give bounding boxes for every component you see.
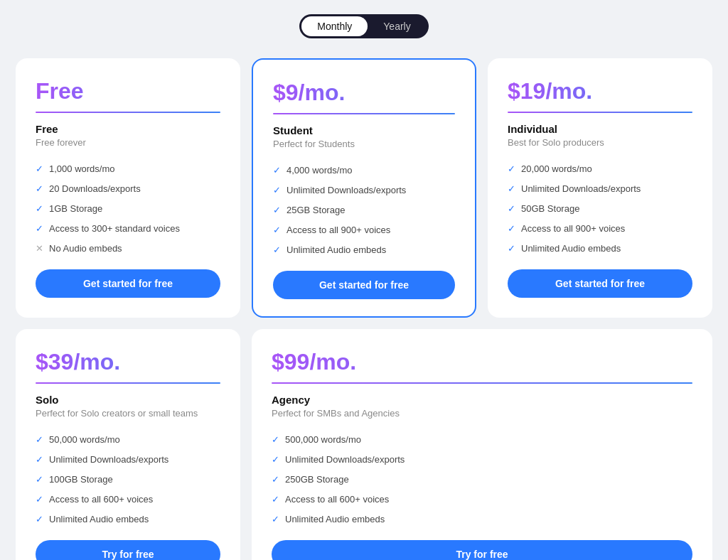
pricing-card-student: $9/mo. Student Perfect for Students ✓ 4,… xyxy=(252,58,476,318)
check-icon: ✓ xyxy=(272,474,279,485)
feature-text: 1GB Storage xyxy=(49,203,102,214)
feature-item: ✓ 20 Downloads/exports xyxy=(36,183,220,194)
feature-item: ✓ 4,000 words/mo xyxy=(273,165,455,176)
check-icon: ✓ xyxy=(36,203,43,214)
cross-icon: ✕ xyxy=(36,243,43,254)
check-icon: ✓ xyxy=(273,205,281,215)
price-label: $99/mo. xyxy=(272,349,692,375)
feature-text: 4,000 words/mo xyxy=(287,165,353,176)
feature-item: ✕ No Audio embeds xyxy=(36,243,220,254)
check-icon: ✓ xyxy=(36,223,43,234)
check-icon: ✓ xyxy=(272,434,279,445)
check-icon: ✓ xyxy=(273,225,281,235)
cta-button-individual[interactable]: Get started for free xyxy=(508,269,692,298)
feature-item: ✓ 50,000 words/mo xyxy=(36,434,220,445)
feature-item: ✓ 1GB Storage xyxy=(36,203,220,214)
feature-item: ✓ Access to all 900+ voices xyxy=(273,225,455,235)
cta-button-agency[interactable]: Try for free xyxy=(272,540,692,560)
feature-text: 20,000 words/mo xyxy=(521,163,592,174)
feature-text: Unlimited Audio embeds xyxy=(285,514,385,524)
price-label: $9/mo. xyxy=(273,80,455,106)
check-icon: ✓ xyxy=(508,163,515,174)
toggle-monthly[interactable]: Monthly xyxy=(301,16,368,36)
features-list: ✓ 50,000 words/mo ✓ Unlimited Downloads/… xyxy=(36,434,220,524)
features-list: ✓ 500,000 words/mo ✓ Unlimited Downloads… xyxy=(272,434,692,524)
pricing-grid: Free Free Free forever ✓ 1,000 words/mo … xyxy=(16,58,712,560)
price-label: Free xyxy=(36,78,220,104)
features-list: ✓ 4,000 words/mo ✓ Unlimited Downloads/e… xyxy=(273,165,455,255)
feature-text: Access to all 900+ voices xyxy=(287,225,390,235)
feature-text: Unlimited Downloads/exports xyxy=(521,183,641,194)
plan-desc: Perfect for Solo creators or small teams xyxy=(36,408,220,419)
plan-desc: Perfect for Students xyxy=(273,139,455,149)
feature-item: ✓ Unlimited Audio embeds xyxy=(272,514,692,524)
toggle-yearly[interactable]: Yearly xyxy=(368,16,426,36)
feature-item: ✓ 1,000 words/mo xyxy=(36,163,220,174)
feature-item: ✓ Access to 300+ standard voices xyxy=(36,223,220,234)
feature-text: Access to all 600+ voices xyxy=(49,494,153,505)
billing-toggle: Monthly Yearly xyxy=(299,14,428,38)
check-icon: ✓ xyxy=(273,244,281,255)
feature-text: 50,000 words/mo xyxy=(49,434,120,445)
plan-name: Student xyxy=(273,124,455,136)
check-icon: ✓ xyxy=(272,494,279,505)
check-icon: ✓ xyxy=(273,185,281,195)
price-divider xyxy=(36,112,220,113)
plan-desc: Perfect for SMBs and Agencies xyxy=(272,408,692,419)
feature-item: ✓ 100GB Storage xyxy=(36,474,220,485)
check-icon: ✓ xyxy=(36,434,43,445)
cta-button-student[interactable]: Get started for free xyxy=(273,271,455,299)
feature-text: Access to all 600+ voices xyxy=(285,494,389,505)
feature-text: Unlimited Downloads/exports xyxy=(285,454,405,465)
feature-item: ✓ Unlimited Downloads/exports xyxy=(508,183,692,194)
check-icon: ✓ xyxy=(36,454,43,465)
price-divider xyxy=(508,112,692,113)
feature-text: Access to 300+ standard voices xyxy=(49,223,180,234)
check-icon: ✓ xyxy=(36,183,43,194)
feature-item: ✓ Unlimited Downloads/exports xyxy=(36,454,220,465)
price-divider xyxy=(272,382,692,384)
feature-item: ✓ Unlimited Downloads/exports xyxy=(272,454,692,465)
feature-text: Unlimited Downloads/exports xyxy=(49,454,168,465)
pricing-card-individual: $19/mo. Individual Best for Solo produce… xyxy=(488,58,712,318)
feature-text: No Audio embeds xyxy=(49,243,122,254)
feature-text: 50GB Storage xyxy=(521,203,579,214)
feature-item: ✓ 500,000 words/mo xyxy=(272,434,692,445)
feature-text: Access to all 900+ voices xyxy=(521,223,625,234)
pricing-card-solo: $39/mo. Solo Perfect for Solo creators o… xyxy=(16,329,240,560)
plan-name: Agency xyxy=(272,394,692,406)
feature-text: 20 Downloads/exports xyxy=(49,183,141,194)
price-label: $39/mo. xyxy=(36,349,220,375)
cta-button-free[interactable]: Get started for free xyxy=(36,269,220,298)
plan-name: Free xyxy=(36,123,220,135)
check-icon: ✓ xyxy=(273,165,281,176)
billing-toggle-container: Monthly Yearly xyxy=(299,14,428,58)
feature-item: ✓ 25GB Storage xyxy=(273,205,455,215)
plan-name: Individual xyxy=(508,123,692,135)
cta-button-solo[interactable]: Try for free xyxy=(36,540,220,560)
feature-item: ✓ Unlimited Downloads/exports xyxy=(273,185,455,195)
features-list: ✓ 20,000 words/mo ✓ Unlimited Downloads/… xyxy=(508,163,692,254)
plan-name: Solo xyxy=(36,394,220,406)
feature-item: ✓ 250GB Storage xyxy=(272,474,692,485)
feature-item: ✓ Access to all 600+ voices xyxy=(272,494,692,505)
feature-text: Unlimited Downloads/exports xyxy=(287,185,406,195)
feature-text: 250GB Storage xyxy=(285,474,349,485)
feature-item: ✓ Unlimited Audio embeds xyxy=(508,243,692,254)
feature-item: ✓ Access to all 900+ voices xyxy=(508,223,692,234)
pricing-card-free: Free Free Free forever ✓ 1,000 words/mo … xyxy=(16,58,240,318)
check-icon: ✓ xyxy=(508,223,515,234)
check-icon: ✓ xyxy=(508,183,515,194)
check-icon: ✓ xyxy=(508,203,515,214)
feature-text: Unlimited Audio embeds xyxy=(49,514,149,524)
check-icon: ✓ xyxy=(36,494,43,505)
check-icon: ✓ xyxy=(36,514,43,524)
feature-item: ✓ Unlimited Audio embeds xyxy=(36,514,220,524)
plan-desc: Best for Solo producers xyxy=(508,137,692,148)
feature-text: Unlimited Audio embeds xyxy=(287,244,386,255)
feature-item: ✓ Unlimited Audio embeds xyxy=(273,244,455,255)
feature-text: 1,000 words/mo xyxy=(49,163,115,174)
check-icon: ✓ xyxy=(36,474,43,485)
price-divider xyxy=(273,113,455,114)
check-icon: ✓ xyxy=(508,243,515,254)
